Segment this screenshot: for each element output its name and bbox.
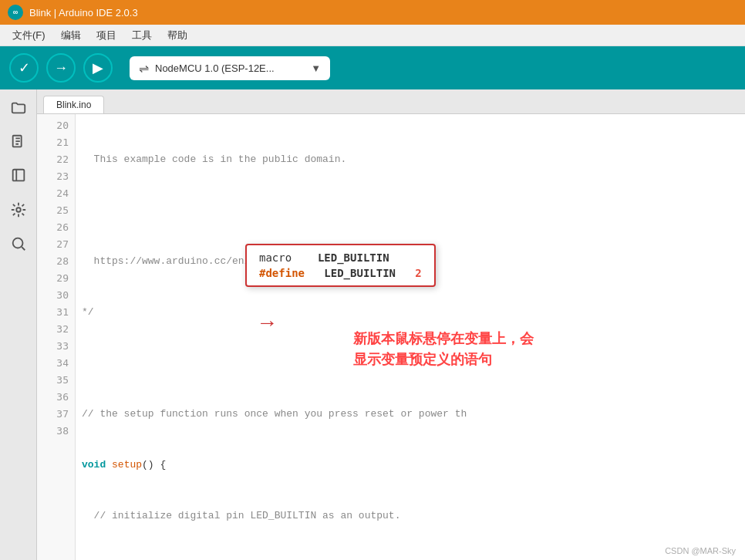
sidebar-library-icon[interactable]	[6, 164, 31, 188]
code-line-21	[82, 202, 739, 219]
tooltip-macro-row: macro LED_BUILTIN	[259, 251, 422, 264]
verify-button[interactable]: ✓	[9, 53, 39, 83]
tooltip-macro-label: macro	[259, 251, 292, 264]
sidebar-debug-icon[interactable]	[6, 197, 31, 222]
app-icon: ∞	[8, 5, 23, 20]
board-name: NodeMCU 1.0 (ESP-12E...	[155, 62, 275, 74]
code-line-23: */	[82, 304, 739, 321]
toolbar: ✓ → ▶ ⇌ NodeMCU 1.0 (ESP-12E... ▼	[0, 46, 745, 89]
sidebar-search-icon[interactable]	[6, 231, 31, 256]
tab-blink-ino[interactable]: Blink.ino	[43, 96, 104, 113]
annotation-line1: 新版本鼠标悬停在变量上，会	[353, 329, 534, 349]
svg-point-2	[12, 238, 22, 248]
usb-icon: ⇌	[139, 61, 149, 76]
board-selector[interactable]: ⇌ NodeMCU 1.0 (ESP-12E... ▼	[130, 56, 330, 80]
code-line-27: // initialize digital pin LED_BUILTIN as…	[82, 508, 739, 525]
code-line-25: // the setup function runs once when you…	[82, 406, 739, 423]
sidebar-folder-icon[interactable]	[6, 96, 31, 120]
annotation-line2: 显示变量预定义的语句	[353, 349, 534, 370]
code-line-26: void setup() {	[82, 457, 739, 474]
app-title: Blink | Arduino IDE 2.0.3	[29, 7, 138, 19]
tooltip-macro-name: LED_BUILTIN	[318, 251, 389, 264]
arrow-indicator: ←	[261, 312, 274, 336]
code-editor[interactable]: 20 21 22 23 24 25 26 27 28 29 30 31 32 3…	[37, 114, 745, 560]
menu-tools[interactable]: 工具	[126, 27, 158, 44]
menu-project[interactable]: 项目	[90, 27, 123, 44]
upload-button[interactable]: →	[46, 53, 76, 83]
debugger-button[interactable]: ▶	[83, 53, 113, 83]
title-bar: ∞ Blink | Arduino IDE 2.0.3	[0, 0, 745, 25]
annotation-text: 新版本鼠标悬停在变量上，会 显示变量预定义的语句	[353, 329, 534, 370]
menu-file[interactable]: 文件(F)	[6, 27, 52, 44]
line-numbers: 20 21 22 23 24 25 26 27 28 29 30 31 32 3…	[37, 114, 76, 560]
define-value: 2	[415, 267, 421, 279]
tooltip-popup: macro LED_BUILTIN #define LED_BUILTIN 2	[245, 244, 436, 287]
code-line-20: This example code is in the public domai…	[82, 151, 739, 168]
watermark: CSDN @MAR-Sky	[665, 546, 736, 555]
svg-point-1	[16, 207, 21, 212]
editor-area: Blink.ino 20 21 22 23 24 25 26 27 28 29 …	[37, 89, 745, 560]
menu-edit[interactable]: 编辑	[55, 27, 87, 44]
dropdown-arrow-icon: ▼	[311, 62, 321, 74]
tooltip-define-line: #define LED_BUILTIN 2	[259, 267, 422, 279]
define-name: LED_BUILTIN	[324, 267, 396, 279]
sidebar-files-icon[interactable]	[6, 130, 31, 154]
menu-help[interactable]: 帮助	[161, 27, 194, 44]
menu-bar: 文件(F) 编辑 项目 工具 帮助	[0, 25, 745, 46]
define-keyword: #define	[259, 267, 305, 279]
sidebar	[0, 89, 37, 560]
tabs-bar: Blink.ino	[37, 89, 745, 114]
main-area: Blink.ino 20 21 22 23 24 25 26 27 28 29 …	[0, 89, 745, 560]
